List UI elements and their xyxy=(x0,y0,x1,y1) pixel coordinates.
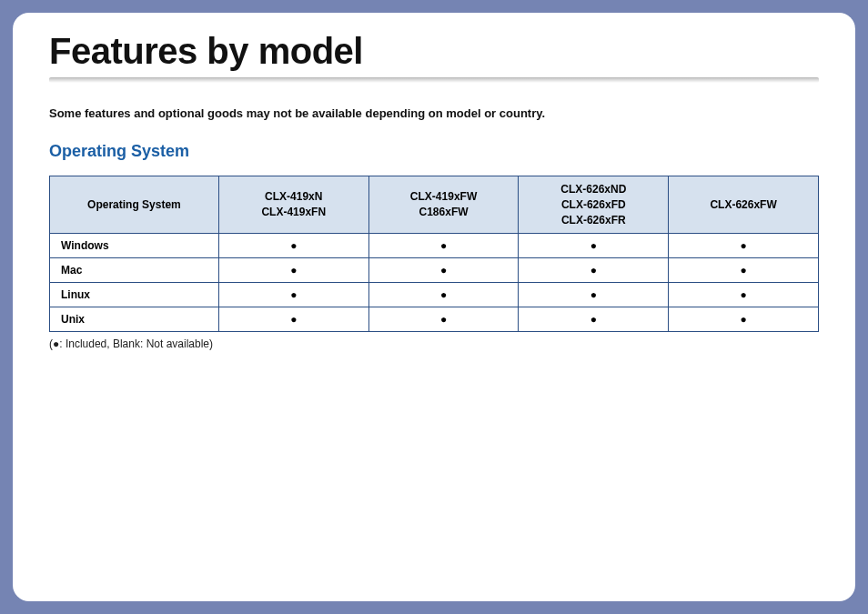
section-heading: Operating System xyxy=(49,142,819,161)
row-cell: ● xyxy=(368,283,519,307)
row-cell: ● xyxy=(218,283,368,307)
document-page: Features by model Some features and opti… xyxy=(13,13,855,601)
table-header-col-4: CLX-626xFW xyxy=(669,176,819,234)
table-row: Windows ● ● ● ● xyxy=(50,234,819,258)
row-cell: ● xyxy=(669,258,819,283)
col2-line2: C186xFW xyxy=(378,205,510,220)
row-cell: ● xyxy=(669,283,819,307)
row-label: Linux xyxy=(50,283,219,307)
table-header-col-3: CLX-626xND CLX-626xFD CLX-626xFR xyxy=(519,176,669,234)
row-label: Unix xyxy=(50,307,219,332)
page-title: Features by model xyxy=(49,31,819,72)
table-row: Linux ● ● ● ● xyxy=(50,283,819,307)
row-cell: ● xyxy=(519,258,669,283)
table-header-first: Operating System xyxy=(50,176,219,234)
row-cell: ● xyxy=(368,258,519,283)
table-row: Unix ● ● ● ● xyxy=(50,307,819,332)
row-cell: ● xyxy=(368,307,519,332)
row-cell: ● xyxy=(368,234,519,258)
row-cell: ● xyxy=(669,307,819,332)
row-cell: ● xyxy=(218,234,368,258)
col2-line1: CLX-419xFW xyxy=(378,189,510,205)
col1-line1: CLX-419xN xyxy=(228,189,359,205)
table-header-row: Operating System CLX-419xN CLX-419xFN CL… xyxy=(50,176,819,234)
row-cell: ● xyxy=(218,307,368,332)
table-legend: (●: Included, Blank: Not available) xyxy=(49,337,819,350)
feature-table: Operating System CLX-419xN CLX-419xFN CL… xyxy=(49,176,819,332)
col4-line1: CLX-626xFW xyxy=(678,197,809,213)
col3-line2: CLX-626xFD xyxy=(528,197,659,213)
row-label: Windows xyxy=(50,234,219,258)
col3-line3: CLX-626xFR xyxy=(528,213,659,228)
col1-line2: CLX-419xFN xyxy=(228,205,359,220)
row-cell: ● xyxy=(669,234,819,258)
row-label: Mac xyxy=(50,258,219,283)
table-row: Mac ● ● ● ● xyxy=(50,258,819,283)
table-header-col-2: CLX-419xFW C186xFW xyxy=(368,176,519,234)
row-cell: ● xyxy=(218,258,368,283)
col3-line1: CLX-626xND xyxy=(528,182,659,197)
intro-text: Some features and optional goods may not… xyxy=(49,106,819,120)
title-underline xyxy=(49,77,819,83)
row-cell: ● xyxy=(519,307,669,332)
row-cell: ● xyxy=(519,283,669,307)
table-header-col-1: CLX-419xN CLX-419xFN xyxy=(218,176,368,234)
row-cell: ● xyxy=(519,234,669,258)
